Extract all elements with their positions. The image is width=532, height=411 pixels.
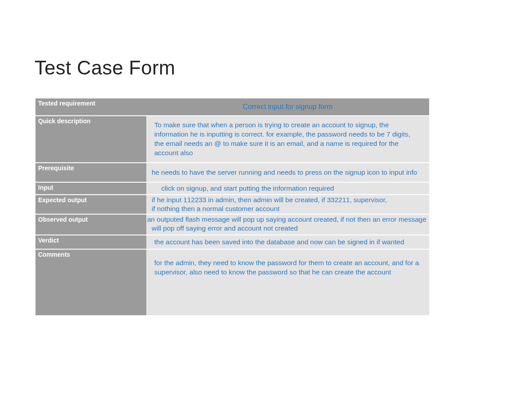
test-case-form-table: Tested requirement Correct input for sig… <box>35 98 429 316</box>
row-tested-requirement: Tested requirement Correct input for sig… <box>35 98 429 116</box>
value-verdict: the account has been saved into the data… <box>146 235 429 249</box>
value-prerequisite: he needs to have the server running and … <box>146 163 429 182</box>
label-prerequisite: Prerequisite <box>35 163 146 182</box>
label-verdict: Verdict <box>35 235 146 249</box>
observed-output-line2: will pop off saying error and account no… <box>152 224 424 233</box>
value-comments: for the admin, they need to know the pas… <box>146 249 429 316</box>
value-tested-requirement: Correct input for signup form <box>146 98 429 116</box>
value-input: click on signup, and start putting the i… <box>146 182 429 195</box>
value-quick-description: To make sure that when a person is tryin… <box>146 116 429 163</box>
row-quick-description: Quick description To make sure that when… <box>35 116 429 163</box>
row-expected-output: Expected output if he input 112233 in ad… <box>35 195 429 214</box>
page-title: Test Case Form <box>35 57 176 79</box>
label-comments: Comments <box>35 249 146 316</box>
value-observed-output: an outputed flash message will pop up sa… <box>146 214 429 235</box>
label-quick-description: Quick description <box>35 116 146 163</box>
value-input-text: click on signup, and start putting the i… <box>152 184 424 192</box>
label-input: Input <box>35 182 146 195</box>
row-prerequisite: Prerequisite he needs to have the server… <box>35 163 429 182</box>
row-input: Input click on signup, and start putting… <box>35 182 429 195</box>
row-comments: Comments for the admin, they need to kno… <box>35 249 429 316</box>
expected-output-line1: if he input 112233 in admin, then admin … <box>152 196 424 204</box>
observed-output-line1: an outputed flash message will pop up sa… <box>147 215 428 224</box>
label-tested-requirement: Tested requirement <box>35 98 146 116</box>
label-observed-output: Observed output <box>35 214 146 235</box>
label-expected-output: Expected output <box>35 195 146 214</box>
row-verdict: Verdict the account has been saved into … <box>35 235 429 249</box>
expected-output-line2: if nothing then a normal customer accoun… <box>152 204 424 213</box>
value-expected-output: if he input 112233 in admin, then admin … <box>146 195 429 214</box>
row-observed-output: Observed output an outputed flash messag… <box>35 214 429 235</box>
